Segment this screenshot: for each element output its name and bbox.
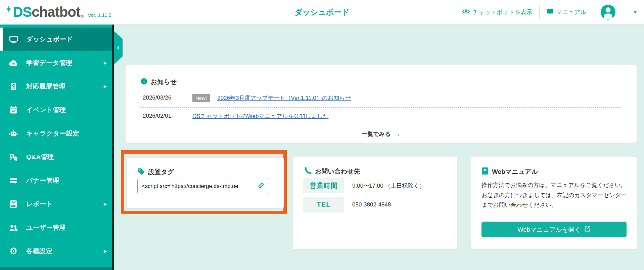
view-all-button[interactable]: 一覧でみる →	[126, 125, 637, 143]
svg-text:A: A	[14, 157, 16, 159]
show-chatbot-button[interactable]: チャットボットを表示	[456, 8, 539, 16]
install-tag-input-group	[137, 178, 269, 194]
hours-value: 9:00〜17:00 （土日祝除く）	[352, 182, 425, 190]
submenu-chevron-icon: ▶	[104, 61, 107, 65]
contact-card-header: お問い合わせ先	[304, 167, 360, 176]
calendar-check-icon	[8, 106, 19, 114]
contact-row: 営業時間 9:00〜17:00 （土日祝除く）	[303, 178, 425, 193]
new-badge: New!	[192, 94, 210, 102]
logo-text-chatbot: chatbot	[32, 5, 80, 19]
manual-card-title: Webマニュアル	[492, 167, 538, 176]
header-divider	[593, 5, 593, 19]
header-actions: チャットボットを表示 マニュアル ▼	[456, 5, 639, 20]
tag-icon	[137, 168, 145, 177]
news-header: お知らせ	[141, 78, 177, 86]
external-link-icon	[584, 226, 591, 234]
manual-card-body: 操作方法でお悩みの方は、マニュアルをご覧ください。 お急ぎの方につきましては、左…	[481, 180, 628, 210]
tel-value: 050-3802-4848	[352, 201, 391, 208]
logo-registered-mark: ®	[81, 14, 84, 19]
app-header: DS chatbot ® Ver. 1.11.0 ダッシュボード チャットボット…	[0, 0, 644, 25]
install-tag-input[interactable]	[138, 178, 253, 194]
view-all-label: 一覧でみる	[362, 130, 390, 138]
tag-card-header: 設置タグ	[137, 168, 174, 177]
app-version: Ver. 1.11.0	[88, 12, 111, 20]
arrow-right-icon: →	[394, 130, 401, 138]
sidebar-nav: ダッシュボード AI 学習データ管理 ▶ 対応履歴管理 ▶ イベント管理 キャラ…	[0, 25, 112, 270]
show-chatbot-label: チャットボットを表示	[472, 8, 532, 16]
avatar-person-icon	[606, 7, 611, 12]
sidebar-collapse-button[interactable]: ‹	[114, 31, 123, 65]
submenu-chevron-icon: ▶	[104, 84, 107, 89]
contact-card: お問い合わせ先 営業時間 9:00〜17:00 （土日祝除く） TEL 050-…	[293, 156, 458, 249]
manual-body-line: 操作方法でお悩みの方は、マニュアルをご覧ください。	[481, 180, 628, 190]
app-logo: DS chatbot ®	[5, 5, 84, 19]
sidebar-item-character[interactable]: キャラクター設定	[0, 122, 112, 145]
monitor-icon	[8, 35, 19, 44]
user-menu-caret-icon[interactable]: ▼	[633, 10, 637, 15]
sidebar-item-events[interactable]: イベント管理	[0, 98, 112, 122]
contact-card-title: お問い合わせ先	[315, 167, 360, 176]
logo-text-ds: DS	[13, 5, 32, 19]
open-manual-button[interactable]: Webマニュアルを開く	[481, 222, 627, 237]
svg-text:AI: AI	[12, 62, 15, 65]
news-row: 2026/02/01 DSチャットボットのWebマニュアルを公開しました	[126, 109, 637, 123]
banner-icon	[8, 177, 19, 185]
submenu-chevron-icon: ▶	[104, 249, 107, 254]
tag-card-title: 設置タグ	[148, 168, 174, 177]
manual-book-icon	[481, 167, 489, 176]
manual-button[interactable]: マニュアル	[540, 8, 593, 16]
sparkle-icon	[5, 6, 12, 14]
open-manual-label: Webマニュアルを開く	[517, 225, 581, 234]
sidebar-item-qa[interactable]: QA Q&A管理	[0, 145, 112, 169]
chain-link-icon	[258, 182, 265, 190]
page-title: ダッシュボード	[294, 7, 350, 17]
news-divider-dotted	[141, 107, 620, 108]
sidebar-item-learning-data[interactable]: AI 学習データ管理 ▶	[0, 51, 112, 75]
qa-bubbles-icon: QA	[8, 153, 19, 161]
book-icon	[546, 8, 554, 16]
info-icon	[141, 78, 147, 86]
svg-text:Q: Q	[11, 154, 13, 158]
hours-label-badge: 営業時間	[303, 178, 344, 193]
install-tag-card: 設置タグ	[127, 157, 284, 208]
tel-label-badge: TEL	[303, 197, 344, 213]
news-date: 2026/03/26	[143, 94, 192, 101]
sidebar-item-users[interactable]: ユーザー管理	[0, 216, 112, 239]
phone-icon	[304, 167, 312, 176]
web-manual-card: Webマニュアル 操作方法でお悩みの方は、マニュアルをご覧ください。 お急ぎの方…	[471, 156, 637, 249]
history-doc-icon	[8, 82, 19, 91]
sidebar-item-banner[interactable]: バナー管理	[0, 169, 112, 192]
sidebar-shadow-edge	[112, 25, 114, 270]
news-title: お知らせ	[151, 78, 177, 86]
collapse-chevron-icon: ‹	[117, 43, 119, 52]
ai-cloud-icon: AI	[8, 59, 19, 67]
manual-card-header: Webマニュアル	[481, 167, 538, 176]
sidebar-item-dashboard[interactable]: ダッシュボード	[0, 28, 112, 51]
users-icon	[8, 224, 19, 232]
news-row: 2026/03/26 New! 2026年3月度アップデート（Ver.1.11.…	[126, 91, 637, 105]
news-link[interactable]: 2026年3月度アップデート（Ver.1.11.0）のお知らせ	[217, 94, 351, 102]
news-link[interactable]: DSチャットボットのWebマニュアルを公開しました	[192, 112, 328, 120]
manual-label: マニュアル	[556, 8, 587, 16]
news-date: 2026/02/01	[143, 113, 192, 119]
submenu-chevron-icon: ▶	[104, 202, 107, 206]
sidebar-item-history[interactable]: 対応履歴管理 ▶	[0, 75, 112, 98]
manual-body-line: お急ぎの方につきましては、左記のカスタマーセンターまでお問い合わせください。	[481, 190, 628, 210]
contact-row: TEL 050-3802-4848	[303, 197, 391, 213]
gear-icon: ⚙	[8, 247, 19, 256]
copy-link-button[interactable]	[253, 178, 269, 194]
robot-icon	[8, 129, 19, 138]
eye-icon	[462, 8, 470, 16]
user-avatar[interactable]	[601, 5, 615, 20]
report-chart-icon	[8, 200, 19, 208]
news-card: お知らせ 2026/03/26 New! 2026年3月度アップデート（Ver.…	[125, 65, 637, 143]
sidebar-item-settings[interactable]: ⚙ 各種設定 ▶	[0, 239, 112, 263]
sidebar-item-report[interactable]: レポート ▶	[0, 192, 112, 216]
